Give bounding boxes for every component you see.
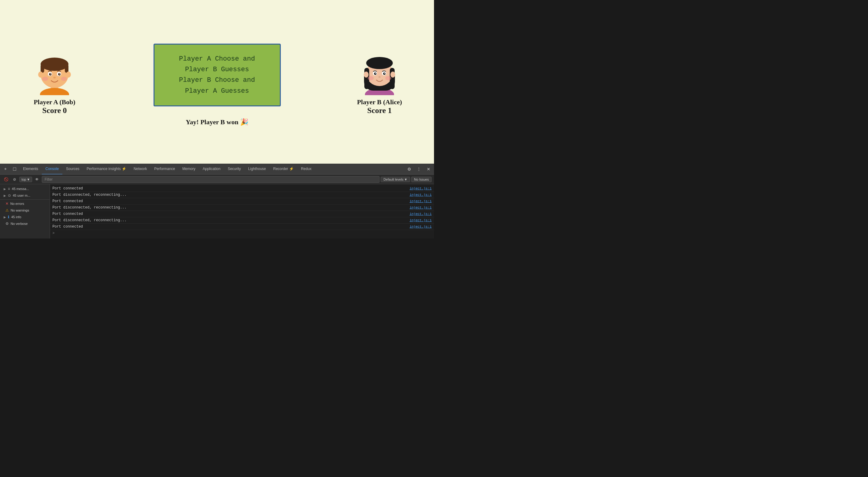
- player-b-name: Player B (Alice): [357, 98, 402, 106]
- log-entry-3: Port disconnected, reconnecting... injec…: [50, 205, 434, 211]
- user-messages-label: 45 user m...: [13, 193, 30, 197]
- devtools-tabs: ⌖ ☐ Elements Console Sources Performance…: [0, 163, 434, 175]
- tab-elements[interactable]: Elements: [20, 163, 42, 175]
- sidebar-item-errors[interactable]: ✕ No errors: [0, 200, 50, 207]
- log-source-1[interactable]: inject.js:1: [409, 193, 432, 197]
- default-levels-dropdown[interactable]: Default levels ▼: [381, 177, 410, 182]
- default-levels-label: Default levels: [383, 178, 403, 181]
- tab-application[interactable]: Application: [199, 163, 224, 175]
- log-text-2: Port connected: [52, 199, 409, 203]
- svg-point-31: [375, 73, 376, 74]
- devtools-more-icon[interactable]: ⋮: [414, 165, 423, 173]
- svg-point-34: [368, 76, 374, 80]
- avatar-boy: [35, 50, 74, 95]
- player-b-score: Score 1: [367, 106, 392, 115]
- sidebar-item-user-messages[interactable]: ▶ ⊙ 45 user m...: [0, 192, 50, 199]
- warnings-label: No warnings: [10, 209, 29, 212]
- player-a-score: Score 0: [42, 106, 67, 115]
- log-entry-1: Port disconnected, reconnecting... injec…: [50, 192, 434, 198]
- tab-sources[interactable]: Sources: [62, 163, 83, 175]
- filter-icon[interactable]: ⊘: [11, 176, 18, 183]
- svg-point-13: [59, 73, 60, 74]
- log-entry-2: Port connected inject.js:1: [50, 198, 434, 205]
- dropdown-arrow-icon: ▼: [27, 178, 30, 181]
- console-toolbar: 🚫 ⊘ top ▼ 👁 Default levels ▼ No Issues: [0, 175, 434, 184]
- console-main: Port connected inject.js:1 Port disconne…: [50, 184, 434, 239]
- svg-point-33: [379, 77, 381, 78]
- top-label: top: [22, 178, 26, 181]
- clear-console-icon[interactable]: 🚫: [2, 176, 10, 183]
- player-a-name: Player A (Bob): [34, 98, 75, 106]
- top-dropdown[interactable]: top ▼: [20, 177, 32, 182]
- tab-performance[interactable]: Performance: [151, 163, 179, 175]
- svg-rect-5: [65, 64, 68, 73]
- player-a-section: Player A (Bob) Score 0: [24, 50, 85, 115]
- game-center: Player A Choose and Player B Guesses Pla…: [85, 43, 349, 107]
- player-b-section: Player B (Alice) Score 1: [349, 50, 410, 115]
- game-box-line2: Player B Choose and Player A Guesses: [169, 75, 265, 96]
- svg-point-3: [40, 58, 68, 71]
- log-source-0[interactable]: inject.js:1: [409, 187, 432, 190]
- svg-point-6: [38, 71, 43, 78]
- tab-recorder[interactable]: Recorder ⚡: [270, 163, 298, 175]
- svg-point-26: [391, 71, 395, 78]
- log-source-5[interactable]: inject.js:1: [409, 218, 432, 222]
- game-box-line1: Player A Choose and Player B Guesses: [169, 54, 265, 75]
- winner-text: Yay! Player B won 🎉: [186, 118, 248, 126]
- log-entry-4: Port connected inject.js:1: [50, 211, 434, 217]
- no-issues-button[interactable]: No Issues: [411, 177, 432, 182]
- console-body: ▶ ≡ 45 messa... ▶ ⊙ 45 user m... ✕ No er…: [0, 184, 434, 239]
- svg-point-25: [364, 71, 369, 78]
- verbose-label: No verbose: [10, 222, 28, 226]
- user-messages-icon: ⊙: [8, 193, 11, 198]
- log-source-3[interactable]: inject.js:1: [409, 206, 432, 209]
- tab-security[interactable]: Security: [224, 163, 244, 175]
- verbose-icon: ⚙: [5, 221, 9, 226]
- log-text-3: Port disconnected, reconnecting...: [52, 206, 409, 210]
- devtools-settings-icon[interactable]: ⚙: [405, 165, 413, 173]
- devtools: ⌖ ☐ Elements Console Sources Performance…: [0, 163, 434, 239]
- sidebar-item-verbose[interactable]: ⚙ No verbose: [0, 220, 50, 227]
- svg-point-12: [50, 73, 51, 74]
- sidebar-item-warnings[interactable]: ⚠ No warnings: [0, 207, 50, 214]
- tab-performance-insights[interactable]: Performance insights ⚡: [83, 163, 130, 175]
- log-source-4[interactable]: inject.js:1: [409, 212, 432, 216]
- log-text-6: Port connected: [52, 225, 409, 229]
- eye-icon[interactable]: 👁: [33, 176, 40, 183]
- log-text-4: Port connected: [52, 212, 409, 216]
- devtools-right-icons: ⚙ ⋮ ✕: [405, 165, 433, 173]
- messages-list-icon: ≡: [8, 187, 10, 191]
- messages-label: 45 messa...: [12, 187, 29, 190]
- log-text-1: Port disconnected, reconnecting...: [52, 193, 409, 197]
- game-box: Player A Choose and Player B Guesses Pla…: [154, 43, 281, 107]
- log-source-6[interactable]: inject.js:1: [409, 225, 432, 229]
- log-entry-5: Port disconnected, reconnecting... injec…: [50, 217, 434, 223]
- svg-point-35: [385, 76, 391, 80]
- log-source-2[interactable]: inject.js:1: [409, 200, 432, 203]
- tab-memory[interactable]: Memory: [179, 163, 199, 175]
- tab-network[interactable]: Network: [130, 163, 151, 175]
- sidebar-item-messages[interactable]: ▶ ≡ 45 messa...: [0, 185, 50, 192]
- devtools-device-icon[interactable]: ☐: [10, 165, 19, 173]
- sidebar-item-info[interactable]: ▶ ℹ 45 info: [0, 214, 50, 220]
- prompt-arrow-icon: >: [52, 231, 55, 236]
- tab-redux[interactable]: Redux: [298, 163, 315, 175]
- filter-input[interactable]: [42, 176, 379, 183]
- default-levels-arrow: ▼: [404, 178, 407, 181]
- warnings-icon: ⚠: [5, 208, 9, 212]
- svg-point-32: [384, 73, 385, 74]
- console-prompt[interactable]: >: [50, 230, 434, 237]
- devtools-close-icon[interactable]: ✕: [424, 165, 433, 173]
- svg-rect-4: [40, 64, 44, 73]
- user-messages-arrow-icon: ▶: [4, 194, 6, 197]
- tab-lighthouse[interactable]: Lighthouse: [244, 163, 270, 175]
- tab-console[interactable]: Console: [42, 163, 62, 175]
- devtools-cursor-icon[interactable]: ⌖: [1, 165, 10, 173]
- errors-label: No errors: [10, 202, 24, 206]
- svg-point-15: [42, 77, 48, 81]
- svg-point-7: [66, 71, 71, 78]
- svg-point-14: [53, 77, 56, 79]
- log-entry-6: Port connected inject.js:1: [50, 223, 434, 230]
- svg-point-1: [40, 88, 69, 95]
- svg-point-22: [366, 57, 393, 69]
